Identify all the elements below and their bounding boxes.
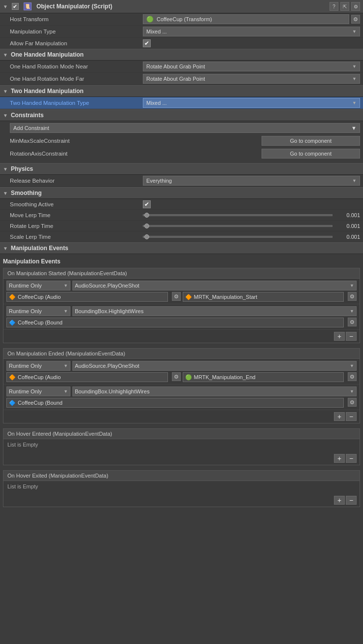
- ended-entry1-function-ref[interactable]: 🟢 MRTK_Manipulation_End: [183, 372, 344, 382]
- hover-entered-remove-button[interactable]: −: [346, 454, 357, 463]
- one-hand-near-row: One Hand Rotation Mode Near Rotate About…: [0, 61, 363, 73]
- constraints-section-header[interactable]: ▼ Constraints: [0, 109, 363, 121]
- scale-lerp-value: 0.001: [335, 234, 360, 240]
- move-lerp-thumb: [144, 213, 149, 218]
- one-hand-far-dropdown[interactable]: Rotate About Grab Point ▼: [143, 74, 360, 84]
- ended-entry1-gear-icon[interactable]: ⚙: [172, 372, 181, 381]
- manipulation-ended-add-remove: + −: [3, 410, 360, 423]
- dropdown-arrow-icon: ▼: [350, 283, 354, 288]
- entry2-method-text: BoundingBox.HighlightWires: [75, 308, 143, 314]
- two-handed-section-header[interactable]: ▼ Two Handed Manipulation: [0, 85, 363, 97]
- release-behavior-dropdown[interactable]: Everything ▼: [143, 176, 360, 186]
- ended-entry2-gear-icon[interactable]: ⚙: [348, 398, 357, 407]
- ended-entry1-object-text: CoffeeCup (Audio: [18, 374, 61, 380]
- entry1-function-ref[interactable]: 🔶 MRTK_Manipulation_Start: [183, 292, 344, 302]
- dropdown-arrow-icon: ▼: [351, 125, 357, 131]
- scale-lerp-label: Scale Lerp Time: [10, 234, 143, 240]
- physics-section-header[interactable]: ▼ Physics: [0, 163, 363, 175]
- hover-exited-empty-block: List is Empty: [3, 481, 360, 494]
- min-max-scale-label: MinMaxScaleConstraint: [10, 138, 262, 144]
- one-handed-section-header[interactable]: ▼ One Handed Manipulation: [0, 49, 363, 61]
- component-header: ▼ ✔ 📜 Object Manipulator (Script) ? ⇱ ⚙: [0, 0, 363, 13]
- hover-exited-add-remove: + −: [3, 494, 360, 507]
- manipulation-started-add-button[interactable]: +: [334, 332, 345, 341]
- collapse-arrow-icon[interactable]: ▼: [3, 4, 8, 9]
- entry1-row1: Runtime Only ▼ AudioSource.PlayOneShot ▼: [6, 281, 357, 290]
- host-transform-row: Host Transform 🟢 CoffeeCup (Transform) ⚙: [0, 13, 363, 26]
- hover-exited-add-button[interactable]: +: [334, 496, 345, 505]
- smoothing-section-header[interactable]: ▼ Smoothing: [0, 187, 363, 199]
- method-icon-green: 🟢: [185, 374, 192, 381]
- min-max-scale-goto-button[interactable]: Go to component: [262, 136, 360, 146]
- entry1-function-text: MRTK_Manipulation_Start: [194, 294, 258, 300]
- reference-icon[interactable]: ⇱: [340, 2, 349, 11]
- smoothing-active-row: Smoothing Active ✔: [0, 199, 363, 210]
- ended-entry1-object-ref[interactable]: 🔶 CoffeeCup (Audio: [6, 372, 168, 382]
- add-constraint-dropdown[interactable]: Add Constraint ▼: [10, 123, 360, 133]
- entry1-runtime-dropdown[interactable]: Runtime Only ▼: [6, 281, 70, 290]
- bound-icon: 🔷: [9, 320, 16, 326]
- entry2-method-dropdown[interactable]: BoundingBox.HighlightWires ▼: [72, 306, 357, 316]
- ended-entry1-runtime-dropdown[interactable]: Runtime Only ▼: [6, 361, 70, 371]
- manipulation-ended-entry-1: Runtime Only ▼ AudioSource.PlayOneShot ▼…: [3, 359, 360, 385]
- manipulation-events-section-header[interactable]: ▼ Manipulation Events: [0, 242, 363, 254]
- two-handed-type-dropdown[interactable]: Mixed ... ▼: [143, 98, 360, 108]
- manipulation-started-remove-button[interactable]: −: [346, 332, 357, 341]
- entry1-method-dropdown[interactable]: AudioSource.PlayOneShot ▼: [72, 281, 357, 290]
- host-transform-field[interactable]: 🟢 CoffeeCup (Transform): [143, 14, 349, 24]
- rotation-axis-goto-button[interactable]: Go to component: [262, 149, 360, 159]
- rotate-lerp-thumb: [144, 224, 149, 228]
- one-hand-far-value: Rotate About Grab Point ▼: [143, 74, 360, 84]
- entry2-row1: Runtime Only ▼ BoundingBox.HighlightWire…: [6, 306, 357, 316]
- manipulation-type-row: Manipulation Type Mixed ... ▼: [0, 26, 363, 38]
- entry2-runtime-dropdown[interactable]: Runtime Only ▼: [6, 306, 70, 316]
- entry2-object-ref[interactable]: 🔷 CoffeeCup (Bound: [6, 318, 344, 327]
- host-transform-value: 🟢 CoffeeCup (Transform) ⚙: [143, 14, 360, 24]
- one-hand-far-row: One Hand Rotation Mode Far Rotate About …: [0, 73, 363, 85]
- scale-lerp-slider-container: 0.001: [143, 234, 360, 240]
- entry2-gear-icon[interactable]: ⚙: [348, 318, 357, 326]
- entry1-gear-icon[interactable]: ⚙: [172, 292, 181, 301]
- hover-entered-add-button[interactable]: +: [334, 454, 345, 463]
- smoothing-section-title: Smoothing: [11, 190, 42, 196]
- component-title: Object Manipulator (Script): [36, 3, 327, 10]
- rotate-lerp-slider[interactable]: [143, 225, 332, 227]
- ended-entry2-method-dropdown[interactable]: BoundingBox.UnhighlightWires ▼: [72, 386, 357, 396]
- ended-entry2-method-text: BoundingBox.UnhighlightWires: [75, 388, 150, 394]
- entry1-function-gear-icon[interactable]: ⚙: [348, 292, 357, 301]
- on-manipulation-ended-block: On Manipulation Ended (ManipulationEvent…: [3, 348, 360, 423]
- smoothing-active-checkbox[interactable]: ✔: [143, 200, 151, 208]
- ended-entry1-runtime-text: Runtime Only: [9, 363, 42, 369]
- scale-lerp-slider[interactable]: [143, 236, 332, 238]
- manipulation-type-label: Manipulation Type: [10, 29, 143, 34]
- allow-far-manipulation-checkbox[interactable]: ✔: [143, 39, 151, 47]
- hover-entered-add-remove: + −: [3, 452, 360, 465]
- component-enabled-checkbox[interactable]: ✔: [12, 3, 19, 10]
- rotate-lerp-label: Rotate Lerp Time: [10, 223, 143, 229]
- header-icons: ? ⇱ ⚙: [330, 2, 360, 11]
- ended-entry2-runtime-dropdown[interactable]: Runtime Only ▼: [6, 386, 70, 396]
- ended-entry1-function-gear-icon[interactable]: ⚙: [348, 372, 357, 381]
- manipulation-type-dropdown[interactable]: Mixed ... ▼: [143, 27, 360, 36]
- one-hand-near-dropdown[interactable]: Rotate About Grab Point ▼: [143, 62, 360, 71]
- move-lerp-slider[interactable]: [143, 214, 332, 216]
- dropdown-arrow-icon: ▼: [352, 178, 357, 183]
- rotate-lerp-row: Rotate Lerp Time 0.001: [0, 221, 363, 231]
- ended-entry1-method-dropdown[interactable]: AudioSource.PlayOneShot ▼: [72, 361, 357, 371]
- hover-exited-remove-button[interactable]: −: [346, 496, 357, 505]
- method-icon: 🔶: [185, 294, 192, 300]
- two-handed-type-value: Mixed ... ▼: [143, 98, 360, 108]
- host-transform-gear-icon[interactable]: ⚙: [351, 15, 360, 24]
- audio-icon: 🔶: [9, 294, 16, 300]
- two-handed-collapse-icon: ▼: [3, 89, 8, 94]
- manipulation-ended-remove-button[interactable]: −: [346, 412, 357, 421]
- settings-icon[interactable]: ⚙: [351, 2, 360, 11]
- release-behavior-row: Release Behavior Everything ▼: [0, 175, 363, 187]
- manipulation-ended-add-button[interactable]: +: [334, 412, 345, 421]
- release-behavior-label: Release Behavior: [10, 178, 143, 184]
- on-manipulation-started-header: On Manipulation Started (ManipulationEve…: [3, 268, 360, 279]
- ended-entry2-object-ref[interactable]: 🔷 CoffeeCup (Bound: [6, 398, 344, 408]
- dropdown-arrow-icon: ▼: [352, 29, 357, 34]
- help-icon[interactable]: ?: [330, 2, 338, 11]
- entry1-object-ref[interactable]: 🔶 CoffeeCup (Audio: [6, 292, 168, 302]
